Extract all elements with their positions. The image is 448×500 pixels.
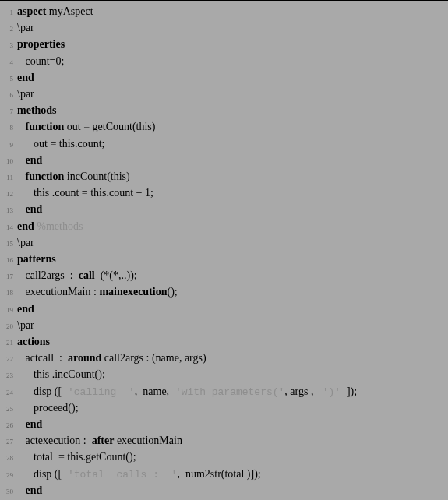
line-number: 27 (0, 435, 17, 449)
code-content: methods (17, 103, 57, 118)
code-line: 15\par (0, 235, 448, 252)
code-line: 6\par (0, 86, 448, 103)
line-number: 1 (0, 5, 17, 20)
code-content: actions (17, 334, 50, 349)
code-content: \par (17, 86, 34, 101)
code-listing: 1aspect myAspect2\par3properties4 count=… (0, 0, 448, 500)
code-line: 24 disp ([ 'calling ', name, 'with param… (0, 384, 448, 400)
code-line: 18 executionMain : mainexecution(); (0, 284, 448, 301)
line-number: 10 (0, 154, 17, 169)
line-number: 9 (0, 138, 17, 153)
code-content: end (17, 483, 42, 498)
code-content: actcall : around call2args : (name, args… (17, 350, 206, 365)
code-line: 16patterns (0, 252, 448, 268)
code-content: \par (17, 318, 34, 333)
code-line: 17 call2args : call (*(*,..)); (0, 268, 448, 284)
code-line: 9 out = this.count; (0, 136, 448, 153)
line-number: 18 (0, 286, 17, 301)
code-line: 1aspect myAspect (0, 4, 448, 20)
code-line: 30 end (0, 483, 448, 499)
code-line: 12 this .count = this.count + 1; (0, 185, 448, 202)
code-content: end (17, 153, 42, 167)
code-content: function incCount(this) (17, 169, 130, 184)
code-line: 3properties (0, 37, 448, 53)
code-line: 22 actcall : around call2args : (name, a… (0, 350, 448, 367)
code-content: proceed(); (17, 400, 79, 415)
code-content: this .incCount(); (17, 367, 105, 382)
code-line: 5end (0, 70, 448, 86)
code-line: 10 end (0, 153, 448, 169)
line-number: 20 (0, 319, 17, 334)
line-number: 16 (0, 253, 17, 268)
code-line: 23 this .incCount(); (0, 367, 448, 383)
line-number: 5 (0, 72, 17, 86)
code-content: call2args : call (*(*,..)); (17, 268, 137, 283)
code-content: patterns (17, 252, 56, 266)
line-number: 26 (0, 418, 17, 433)
line-number: 15 (0, 237, 17, 252)
code-content: end (17, 202, 42, 217)
code-content: disp ([ 'total calls : ', num2str(total … (17, 467, 261, 482)
code-line: 13 end (0, 202, 448, 218)
line-number: 29 (0, 468, 17, 483)
line-number: 13 (0, 203, 17, 218)
line-number: 30 (0, 484, 17, 499)
code-line: 25 proceed(); (0, 400, 448, 417)
code-content: end (17, 417, 42, 431)
code-line: 7methods (0, 103, 448, 119)
line-number: 7 (0, 104, 17, 119)
line-number: 22 (0, 352, 17, 367)
code-content: disp ([ 'calling ', name, 'with paramete… (17, 384, 357, 400)
code-content: function out = getCount(this) (17, 119, 155, 134)
line-number: 8 (0, 121, 17, 136)
line-number: 23 (0, 368, 17, 383)
code-content: out = this.count; (17, 136, 105, 151)
code-content: count=0; (17, 54, 64, 69)
code-line: 19end (0, 301, 448, 318)
line-number: 6 (0, 88, 17, 103)
code-content: end (17, 301, 34, 316)
code-content: this .count = this.count + 1; (17, 185, 153, 200)
code-line: 14end %methods (0, 219, 448, 235)
code-content: \par (17, 20, 34, 35)
line-number: 3 (0, 38, 17, 53)
line-number: 17 (0, 269, 17, 284)
code-line: 2\par (0, 20, 448, 37)
code-line: 28 total = this.getCount(); (0, 449, 448, 466)
code-line: 21actions (0, 334, 448, 350)
code-content: properties (17, 37, 65, 51)
code-line: 27 actexecution : after executionMain (0, 433, 448, 449)
code-line: 29 disp ([ 'total calls : ', num2str(tot… (0, 467, 448, 483)
code-content: executionMain : mainexecution(); (17, 284, 178, 299)
line-number: 14 (0, 220, 17, 235)
line-number: 12 (0, 187, 17, 202)
line-number: 4 (0, 55, 17, 70)
code-content: aspect myAspect (17, 4, 93, 19)
line-number: 25 (0, 402, 17, 417)
code-line: 4 count=0; (0, 54, 448, 70)
code-line: 8 function out = getCount(this) (0, 119, 448, 136)
code-content: \par (17, 235, 34, 250)
line-number: 28 (0, 451, 17, 466)
code-content: actexecution : after executionMain (17, 433, 182, 448)
code-content: end %methods (17, 219, 83, 234)
line-number: 24 (0, 386, 17, 400)
line-number: 19 (0, 303, 17, 318)
code-line: 26 end (0, 417, 448, 433)
code-line: 20\par (0, 318, 448, 334)
code-line: 11 function incCount(this) (0, 169, 448, 185)
line-number: 2 (0, 22, 17, 37)
code-content: total = this.getCount(); (17, 449, 136, 464)
line-number: 21 (0, 336, 17, 350)
line-number: 11 (0, 171, 17, 185)
code-content: end (17, 70, 34, 85)
